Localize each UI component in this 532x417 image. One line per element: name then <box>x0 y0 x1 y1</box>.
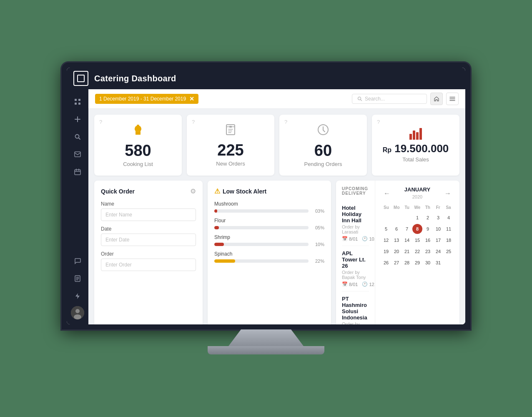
svg-rect-2 <box>75 103 77 105</box>
delivery-time: 🕐12.00 <box>362 281 375 287</box>
search-box[interactable]: Search... <box>352 94 427 104</box>
svg-point-9 <box>75 309 80 313</box>
calendar-day-cell[interactable]: 1 <box>412 213 422 223</box>
calendar-day-label: Su <box>381 204 391 211</box>
order-field-group: Order <box>101 251 196 271</box>
calendar-day-cell[interactable]: 15 <box>412 235 422 245</box>
date-badge-close[interactable]: ✕ <box>189 95 194 102</box>
delivery-item[interactable]: PT Hashmiro Solusi Indonesia Order by El… <box>342 291 369 324</box>
calendar-day-cell[interactable]: 17 <box>433 235 443 245</box>
calendar-day-cell[interactable]: 16 <box>423 235 433 245</box>
date-field-group: Date <box>101 226 196 246</box>
calendar-day-cell[interactable]: 22 <box>412 246 422 256</box>
calendar-day-cell[interactable]: 13 <box>391 235 402 245</box>
app-window: Catering Dashboard <box>67 68 465 324</box>
cooking-list-card: ? 580 Cooking L <box>94 115 182 176</box>
date-range-badge[interactable]: 1 December 2019 - 31 December 2019 ✕ <box>95 94 198 104</box>
pending-help-icon[interactable]: ? <box>284 119 287 125</box>
stock-pct: 10% <box>312 242 324 247</box>
calendar-prev-btn[interactable]: ← <box>381 189 393 198</box>
calendar-day-cell[interactable]: 23 <box>423 246 433 256</box>
stock-bar-bg <box>214 209 309 213</box>
plus-icon[interactable] <box>70 112 85 127</box>
search-icon[interactable] <box>70 129 85 144</box>
calendar-day-cell[interactable]: 26 <box>381 258 391 268</box>
stock-item-name: Mushroom <box>214 201 324 207</box>
calendar-day-cell[interactable]: 24 <box>433 246 443 256</box>
monitor-base <box>208 346 324 354</box>
calendar-day-cell[interactable]: 27 <box>391 258 402 268</box>
calendar-year: 2020 <box>412 194 422 199</box>
cooking-help-icon[interactable]: ? <box>99 119 102 125</box>
delivery-venue: PT Hashmiro Solusi Indonesia <box>342 296 369 321</box>
stock-item-name: Spinach <box>214 251 324 257</box>
calendar-day-cell[interactable]: 8 <box>412 224 422 234</box>
calendar-day-cell[interactable]: 31 <box>433 258 443 268</box>
pending-orders-number: 60 <box>314 143 332 158</box>
calendar-day-cell[interactable]: 3 <box>433 213 443 223</box>
calendar-day-cell[interactable]: 2 <box>423 213 433 223</box>
calendar-day-cell[interactable]: 5 <box>381 224 391 234</box>
calendar-day-cell[interactable]: 10 <box>433 224 443 234</box>
stock-item-name: Flour <box>214 218 324 224</box>
quick-order-settings-icon[interactable]: ⚙ <box>190 187 196 195</box>
stock-pct: 22% <box>312 259 324 264</box>
calendar-day-cell[interactable]: 20 <box>391 246 402 256</box>
home-view-btn[interactable] <box>430 93 443 105</box>
avatar[interactable] <box>71 306 84 319</box>
name-field-group: Name <box>101 201 196 221</box>
calendar-day-cell[interactable]: 28 <box>402 258 412 268</box>
calendar-day-cell[interactable]: 4 <box>444 213 454 223</box>
bolt-icon[interactable] <box>70 289 85 304</box>
date-input[interactable] <box>101 234 196 246</box>
delivery-item[interactable]: APL Tower Lt. 26 Order by Bapak Tony 📅8/… <box>342 246 369 291</box>
grid-icon[interactable] <box>70 94 85 109</box>
bottom-row: Quick Order ⚙ Name Date <box>94 181 459 324</box>
logo-box <box>73 71 88 86</box>
calendar-day-cell[interactable]: 11 <box>444 224 454 234</box>
book-icon <box>224 123 237 139</box>
new-orders-help-icon[interactable]: ? <box>192 119 195 125</box>
calendar-day-label: Mo <box>391 204 402 211</box>
report-icon[interactable] <box>70 271 85 286</box>
list-view-btn[interactable] <box>446 93 459 105</box>
monitor-screen: Catering Dashboard <box>62 63 470 329</box>
name-input[interactable] <box>101 208 196 221</box>
name-label: Name <box>101 201 196 207</box>
delivery-section: UPCOMING DELIVERY Hotel Holiday Inn Hall… <box>336 181 375 324</box>
low-stock-title: Low Stock Alert <box>223 188 266 195</box>
calendar-day-label: Tu <box>402 204 412 211</box>
stock-item: Shrimp 10% <box>214 234 324 247</box>
chat-icon[interactable] <box>70 254 85 269</box>
cooking-list-label: Cooking List <box>123 161 153 167</box>
delivery-meta: 📅8/01 🕐10.00 <box>342 236 369 241</box>
calendar-day-cell[interactable]: 30 <box>423 258 433 268</box>
calendar-day-cell[interactable]: 19 <box>381 246 391 256</box>
order-label: Order <box>101 251 196 257</box>
stock-bar-fill <box>214 226 219 229</box>
calendar-day-cell[interactable]: 29 <box>412 258 422 268</box>
logo-icon <box>77 75 85 82</box>
calendar-day-cell[interactable]: 12 <box>381 235 391 245</box>
calendar-day-cell[interactable]: 6 <box>391 224 402 234</box>
calendar-sidebar-icon[interactable] <box>70 164 85 179</box>
calendar-day-cell[interactable]: 7 <box>402 224 412 234</box>
mail-icon[interactable] <box>70 147 85 162</box>
delivery-item[interactable]: Hotel Holiday Inn Hall Order by Larasati… <box>342 201 369 246</box>
calendar-next-btn[interactable]: → <box>442 189 454 198</box>
calendar-days-header: SuMoTuWeThFrSa <box>381 204 454 211</box>
calendar-empty-cell <box>381 213 391 223</box>
stock-pct: 05% <box>312 225 324 230</box>
content-area: 1 December 2019 - 31 December 2019 ✕ Se <box>88 89 465 324</box>
calendar-day-cell[interactable]: 9 <box>423 224 433 234</box>
svg-rect-3 <box>78 103 80 105</box>
calendar-empty-cell <box>391 213 402 223</box>
calendar-day-cell[interactable]: 21 <box>402 246 412 256</box>
stock-item-name: Shrimp <box>214 234 324 240</box>
calendar-day-cell[interactable]: 25 <box>444 246 454 256</box>
order-input[interactable] <box>101 259 196 271</box>
svg-rect-14 <box>229 126 232 128</box>
calendar-day-cell[interactable]: 18 <box>444 235 454 245</box>
sales-help-icon[interactable]: ? <box>377 119 380 125</box>
calendar-day-cell[interactable]: 14 <box>402 235 412 245</box>
